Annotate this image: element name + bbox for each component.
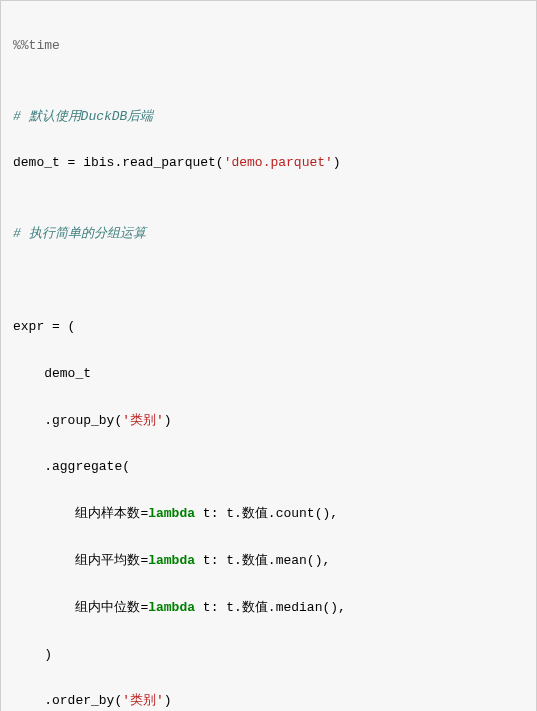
code-line-median: 组内中位数=lambda t: t.数值.median(), — [13, 596, 524, 619]
code-line-expr-open: expr = ( — [13, 315, 524, 338]
code-line-count: 组内样本数=lambda t: t.数值.count(), — [13, 502, 524, 525]
code-line-order-by: .order_by('类别') — [13, 689, 524, 711]
code-line-agg-close: ) — [13, 643, 524, 666]
code-line-aggregate: .aggregate( — [13, 455, 524, 478]
code-line-demo-t: demo_t — [13, 362, 524, 385]
code-line-magic: %%time — [13, 34, 524, 57]
code-line-mean: 组内平均数=lambda t: t.数值.mean(), — [13, 549, 524, 572]
code-cell[interactable]: %%time # 默认使用DuckDB后端 demo_t = ibis.read… — [0, 0, 537, 711]
code-line-group-by: .group_by('类别') — [13, 409, 524, 432]
code-line-comment: # 默认使用DuckDB后端 — [13, 105, 524, 128]
code-line-comment: # 执行简单的分组运算 — [13, 222, 524, 245]
code-line-read-parquet: demo_t = ibis.read_parquet('demo.parquet… — [13, 151, 524, 174]
